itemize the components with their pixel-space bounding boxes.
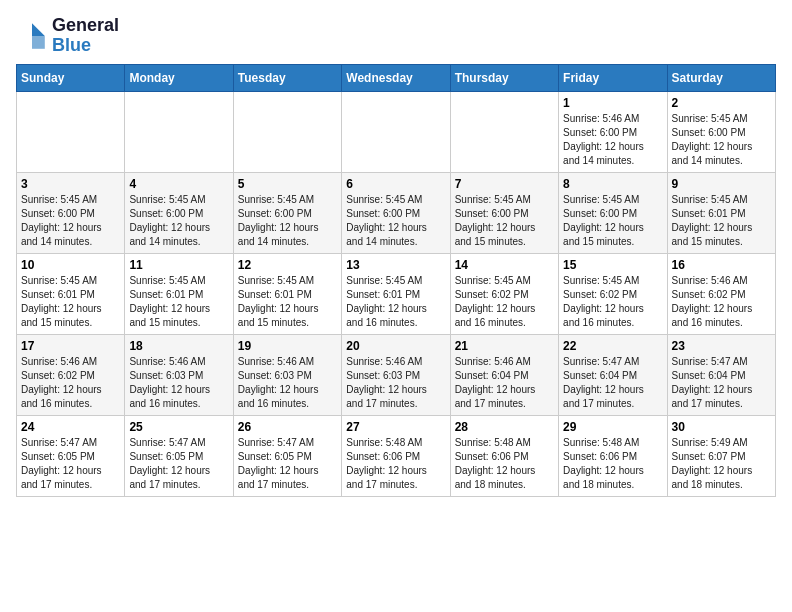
- calendar-cell: 15Sunrise: 5:45 AM Sunset: 6:02 PM Dayli…: [559, 253, 667, 334]
- calendar-cell: [342, 91, 450, 172]
- day-number: 29: [563, 420, 662, 434]
- calendar-cell: 22Sunrise: 5:47 AM Sunset: 6:04 PM Dayli…: [559, 334, 667, 415]
- day-number: 13: [346, 258, 445, 272]
- day-info: Sunrise: 5:47 AM Sunset: 6:04 PM Dayligh…: [563, 355, 662, 411]
- day-number: 12: [238, 258, 337, 272]
- calendar-cell: 30Sunrise: 5:49 AM Sunset: 6:07 PM Dayli…: [667, 415, 775, 496]
- page-header: GeneralBlue: [16, 16, 776, 56]
- calendar-cell: 29Sunrise: 5:48 AM Sunset: 6:06 PM Dayli…: [559, 415, 667, 496]
- calendar-cell: 5Sunrise: 5:45 AM Sunset: 6:00 PM Daylig…: [233, 172, 341, 253]
- day-info: Sunrise: 5:45 AM Sunset: 6:02 PM Dayligh…: [563, 274, 662, 330]
- weekday-header: Tuesday: [233, 64, 341, 91]
- day-number: 17: [21, 339, 120, 353]
- calendar-cell: 28Sunrise: 5:48 AM Sunset: 6:06 PM Dayli…: [450, 415, 558, 496]
- weekday-header: Monday: [125, 64, 233, 91]
- day-info: Sunrise: 5:45 AM Sunset: 6:00 PM Dayligh…: [21, 193, 120, 249]
- calendar-cell: 4Sunrise: 5:45 AM Sunset: 6:00 PM Daylig…: [125, 172, 233, 253]
- day-info: Sunrise: 5:48 AM Sunset: 6:06 PM Dayligh…: [563, 436, 662, 492]
- day-number: 20: [346, 339, 445, 353]
- calendar-cell: 8Sunrise: 5:45 AM Sunset: 6:00 PM Daylig…: [559, 172, 667, 253]
- calendar-cell: 6Sunrise: 5:45 AM Sunset: 6:00 PM Daylig…: [342, 172, 450, 253]
- calendar-cell: 10Sunrise: 5:45 AM Sunset: 6:01 PM Dayli…: [17, 253, 125, 334]
- day-info: Sunrise: 5:46 AM Sunset: 6:04 PM Dayligh…: [455, 355, 554, 411]
- logo-icon: [16, 20, 48, 52]
- day-number: 30: [672, 420, 771, 434]
- day-info: Sunrise: 5:46 AM Sunset: 6:03 PM Dayligh…: [129, 355, 228, 411]
- day-info: Sunrise: 5:47 AM Sunset: 6:05 PM Dayligh…: [21, 436, 120, 492]
- day-info: Sunrise: 5:45 AM Sunset: 6:00 PM Dayligh…: [346, 193, 445, 249]
- day-info: Sunrise: 5:45 AM Sunset: 6:00 PM Dayligh…: [455, 193, 554, 249]
- calendar-cell: 1Sunrise: 5:46 AM Sunset: 6:00 PM Daylig…: [559, 91, 667, 172]
- svg-marker-0: [32, 23, 45, 36]
- day-number: 18: [129, 339, 228, 353]
- day-number: 16: [672, 258, 771, 272]
- calendar-cell: 2Sunrise: 5:45 AM Sunset: 6:00 PM Daylig…: [667, 91, 775, 172]
- calendar-cell: [233, 91, 341, 172]
- day-info: Sunrise: 5:46 AM Sunset: 6:02 PM Dayligh…: [21, 355, 120, 411]
- day-number: 28: [455, 420, 554, 434]
- calendar-cell: 7Sunrise: 5:45 AM Sunset: 6:00 PM Daylig…: [450, 172, 558, 253]
- calendar-cell: 24Sunrise: 5:47 AM Sunset: 6:05 PM Dayli…: [17, 415, 125, 496]
- day-info: Sunrise: 5:48 AM Sunset: 6:06 PM Dayligh…: [455, 436, 554, 492]
- calendar-cell: 27Sunrise: 5:48 AM Sunset: 6:06 PM Dayli…: [342, 415, 450, 496]
- calendar-week-row: 24Sunrise: 5:47 AM Sunset: 6:05 PM Dayli…: [17, 415, 776, 496]
- weekday-header: Thursday: [450, 64, 558, 91]
- day-number: 6: [346, 177, 445, 191]
- calendar-cell: 21Sunrise: 5:46 AM Sunset: 6:04 PM Dayli…: [450, 334, 558, 415]
- calendar-cell: 9Sunrise: 5:45 AM Sunset: 6:01 PM Daylig…: [667, 172, 775, 253]
- day-info: Sunrise: 5:48 AM Sunset: 6:06 PM Dayligh…: [346, 436, 445, 492]
- day-info: Sunrise: 5:47 AM Sunset: 6:05 PM Dayligh…: [238, 436, 337, 492]
- day-info: Sunrise: 5:45 AM Sunset: 6:02 PM Dayligh…: [455, 274, 554, 330]
- day-info: Sunrise: 5:49 AM Sunset: 6:07 PM Dayligh…: [672, 436, 771, 492]
- day-info: Sunrise: 5:45 AM Sunset: 6:00 PM Dayligh…: [129, 193, 228, 249]
- day-number: 26: [238, 420, 337, 434]
- day-info: Sunrise: 5:45 AM Sunset: 6:01 PM Dayligh…: [672, 193, 771, 249]
- calendar-week-row: 17Sunrise: 5:46 AM Sunset: 6:02 PM Dayli…: [17, 334, 776, 415]
- calendar-cell: 14Sunrise: 5:45 AM Sunset: 6:02 PM Dayli…: [450, 253, 558, 334]
- day-number: 25: [129, 420, 228, 434]
- day-info: Sunrise: 5:45 AM Sunset: 6:00 PM Dayligh…: [672, 112, 771, 168]
- day-info: Sunrise: 5:45 AM Sunset: 6:00 PM Dayligh…: [563, 193, 662, 249]
- day-number: 19: [238, 339, 337, 353]
- day-info: Sunrise: 5:47 AM Sunset: 6:04 PM Dayligh…: [672, 355, 771, 411]
- weekday-header: Sunday: [17, 64, 125, 91]
- calendar-cell: 19Sunrise: 5:46 AM Sunset: 6:03 PM Dayli…: [233, 334, 341, 415]
- calendar-cell: 20Sunrise: 5:46 AM Sunset: 6:03 PM Dayli…: [342, 334, 450, 415]
- weekday-header: Saturday: [667, 64, 775, 91]
- day-number: 15: [563, 258, 662, 272]
- day-number: 27: [346, 420, 445, 434]
- day-number: 7: [455, 177, 554, 191]
- calendar-cell: [17, 91, 125, 172]
- calendar-table: SundayMondayTuesdayWednesdayThursdayFrid…: [16, 64, 776, 497]
- day-number: 24: [21, 420, 120, 434]
- calendar-cell: [125, 91, 233, 172]
- calendar-cell: [450, 91, 558, 172]
- weekday-header: Wednesday: [342, 64, 450, 91]
- logo-text: GeneralBlue: [52, 16, 119, 56]
- calendar-header-row: SundayMondayTuesdayWednesdayThursdayFrid…: [17, 64, 776, 91]
- calendar-cell: 16Sunrise: 5:46 AM Sunset: 6:02 PM Dayli…: [667, 253, 775, 334]
- day-number: 4: [129, 177, 228, 191]
- day-info: Sunrise: 5:46 AM Sunset: 6:03 PM Dayligh…: [346, 355, 445, 411]
- calendar-cell: 23Sunrise: 5:47 AM Sunset: 6:04 PM Dayli…: [667, 334, 775, 415]
- day-number: 22: [563, 339, 662, 353]
- calendar-cell: 13Sunrise: 5:45 AM Sunset: 6:01 PM Dayli…: [342, 253, 450, 334]
- calendar-cell: 11Sunrise: 5:45 AM Sunset: 6:01 PM Dayli…: [125, 253, 233, 334]
- calendar-cell: 18Sunrise: 5:46 AM Sunset: 6:03 PM Dayli…: [125, 334, 233, 415]
- day-info: Sunrise: 5:45 AM Sunset: 6:01 PM Dayligh…: [21, 274, 120, 330]
- svg-marker-1: [32, 36, 45, 49]
- weekday-header: Friday: [559, 64, 667, 91]
- calendar-week-row: 10Sunrise: 5:45 AM Sunset: 6:01 PM Dayli…: [17, 253, 776, 334]
- day-number: 23: [672, 339, 771, 353]
- day-number: 2: [672, 96, 771, 110]
- calendar-cell: 25Sunrise: 5:47 AM Sunset: 6:05 PM Dayli…: [125, 415, 233, 496]
- day-number: 14: [455, 258, 554, 272]
- day-number: 21: [455, 339, 554, 353]
- day-info: Sunrise: 5:45 AM Sunset: 6:00 PM Dayligh…: [238, 193, 337, 249]
- calendar-week-row: 3Sunrise: 5:45 AM Sunset: 6:00 PM Daylig…: [17, 172, 776, 253]
- day-number: 3: [21, 177, 120, 191]
- day-info: Sunrise: 5:46 AM Sunset: 6:00 PM Dayligh…: [563, 112, 662, 168]
- calendar-cell: 3Sunrise: 5:45 AM Sunset: 6:00 PM Daylig…: [17, 172, 125, 253]
- calendar-cell: 12Sunrise: 5:45 AM Sunset: 6:01 PM Dayli…: [233, 253, 341, 334]
- day-info: Sunrise: 5:45 AM Sunset: 6:01 PM Dayligh…: [238, 274, 337, 330]
